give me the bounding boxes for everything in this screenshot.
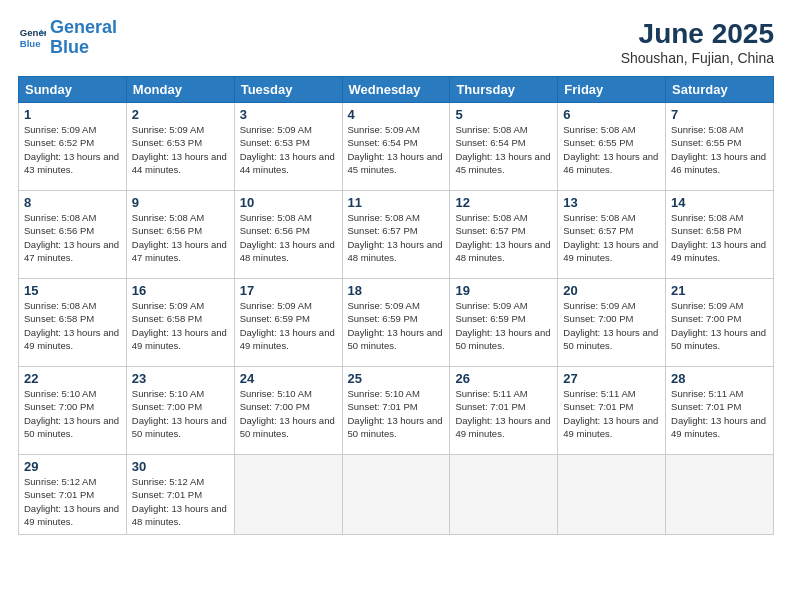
day-16: 16 Sunrise: 5:09 AMSunset: 6:58 PMDaylig… — [126, 279, 234, 367]
day-7: 7 Sunrise: 5:08 AMSunset: 6:55 PMDayligh… — [666, 103, 774, 191]
day-29: 29 Sunrise: 5:12 AMSunset: 7:01 PMDaylig… — [19, 455, 127, 535]
day-13: 13 Sunrise: 5:08 AMSunset: 6:57 PMDaylig… — [558, 191, 666, 279]
day-17: 17 Sunrise: 5:09 AMSunset: 6:59 PMDaylig… — [234, 279, 342, 367]
logo-text: General Blue — [50, 18, 117, 58]
day-3: 3 Sunrise: 5:09 AMSunset: 6:53 PMDayligh… — [234, 103, 342, 191]
day-4: 4 Sunrise: 5:09 AMSunset: 6:54 PMDayligh… — [342, 103, 450, 191]
empty-cell-4 — [558, 455, 666, 535]
day-12: 12 Sunrise: 5:08 AMSunset: 6:57 PMDaylig… — [450, 191, 558, 279]
page: General Blue General Blue June 2025 Shou… — [0, 0, 792, 612]
day-11: 11 Sunrise: 5:08 AMSunset: 6:57 PMDaylig… — [342, 191, 450, 279]
day-20: 20 Sunrise: 5:09 AMSunset: 7:00 PMDaylig… — [558, 279, 666, 367]
day-8: 8 Sunrise: 5:08 AMSunset: 6:56 PMDayligh… — [19, 191, 127, 279]
day-15: 15 Sunrise: 5:08 AMSunset: 6:58 PMDaylig… — [19, 279, 127, 367]
logo-general: General — [50, 17, 117, 37]
title-block: June 2025 Shoushan, Fujian, China — [621, 18, 774, 66]
empty-cell-1 — [234, 455, 342, 535]
logo-blue: Blue — [50, 37, 89, 57]
week-row-5: 29 Sunrise: 5:12 AMSunset: 7:01 PMDaylig… — [19, 455, 774, 535]
logo: General Blue General Blue — [18, 18, 117, 58]
week-row-4: 22 Sunrise: 5:10 AMSunset: 7:00 PMDaylig… — [19, 367, 774, 455]
day-26: 26 Sunrise: 5:11 AMSunset: 7:01 PMDaylig… — [450, 367, 558, 455]
day-23: 23 Sunrise: 5:10 AMSunset: 7:00 PMDaylig… — [126, 367, 234, 455]
empty-cell-3 — [450, 455, 558, 535]
day-27: 27 Sunrise: 5:11 AMSunset: 7:01 PMDaylig… — [558, 367, 666, 455]
day-2: 2 Sunrise: 5:09 AMSunset: 6:53 PMDayligh… — [126, 103, 234, 191]
col-thursday: Thursday — [450, 77, 558, 103]
col-friday: Friday — [558, 77, 666, 103]
col-monday: Monday — [126, 77, 234, 103]
day-21: 21 Sunrise: 5:09 AMSunset: 7:00 PMDaylig… — [666, 279, 774, 367]
empty-cell-5 — [666, 455, 774, 535]
day-30: 30 Sunrise: 5:12 AMSunset: 7:01 PMDaylig… — [126, 455, 234, 535]
empty-cell-2 — [342, 455, 450, 535]
day-28: 28 Sunrise: 5:11 AMSunset: 7:01 PMDaylig… — [666, 367, 774, 455]
week-row-1: 1 Sunrise: 5:09 AMSunset: 6:52 PMDayligh… — [19, 103, 774, 191]
day-24: 24 Sunrise: 5:10 AMSunset: 7:00 PMDaylig… — [234, 367, 342, 455]
day-22: 22 Sunrise: 5:10 AMSunset: 7:00 PMDaylig… — [19, 367, 127, 455]
day-18: 18 Sunrise: 5:09 AMSunset: 6:59 PMDaylig… — [342, 279, 450, 367]
day-9: 9 Sunrise: 5:08 AMSunset: 6:56 PMDayligh… — [126, 191, 234, 279]
header: General Blue General Blue June 2025 Shou… — [18, 18, 774, 66]
day-6: 6 Sunrise: 5:08 AMSunset: 6:55 PMDayligh… — [558, 103, 666, 191]
col-sunday: Sunday — [19, 77, 127, 103]
logo-icon: General Blue — [18, 24, 46, 52]
day-14: 14 Sunrise: 5:08 AMSunset: 6:58 PMDaylig… — [666, 191, 774, 279]
svg-text:Blue: Blue — [20, 38, 41, 49]
day-25: 25 Sunrise: 5:10 AMSunset: 7:01 PMDaylig… — [342, 367, 450, 455]
col-wednesday: Wednesday — [342, 77, 450, 103]
day-5: 5 Sunrise: 5:08 AMSunset: 6:54 PMDayligh… — [450, 103, 558, 191]
day-10: 10 Sunrise: 5:08 AMSunset: 6:56 PMDaylig… — [234, 191, 342, 279]
weekday-header-row: Sunday Monday Tuesday Wednesday Thursday… — [19, 77, 774, 103]
location: Shoushan, Fujian, China — [621, 50, 774, 66]
calendar: Sunday Monday Tuesday Wednesday Thursday… — [18, 76, 774, 535]
month-year: June 2025 — [621, 18, 774, 50]
day-19: 19 Sunrise: 5:09 AMSunset: 6:59 PMDaylig… — [450, 279, 558, 367]
col-saturday: Saturday — [666, 77, 774, 103]
week-row-3: 15 Sunrise: 5:08 AMSunset: 6:58 PMDaylig… — [19, 279, 774, 367]
col-tuesday: Tuesday — [234, 77, 342, 103]
day-1: 1 Sunrise: 5:09 AMSunset: 6:52 PMDayligh… — [19, 103, 127, 191]
week-row-2: 8 Sunrise: 5:08 AMSunset: 6:56 PMDayligh… — [19, 191, 774, 279]
